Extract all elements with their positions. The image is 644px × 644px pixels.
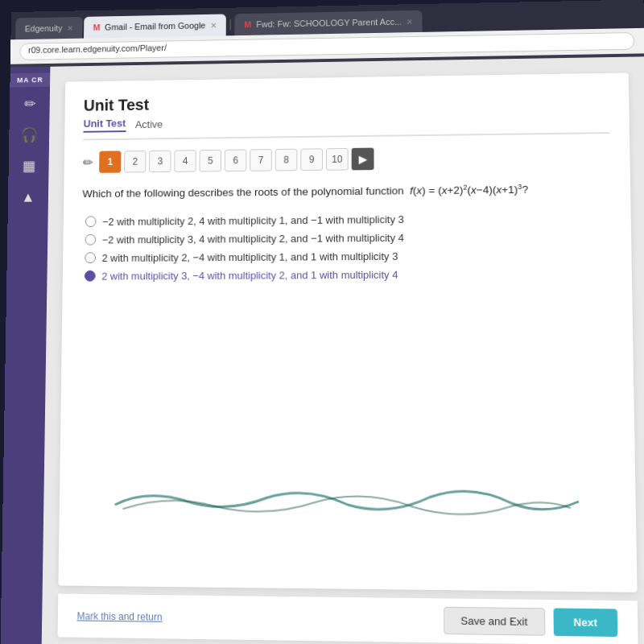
tab-edgenuity[interactable]: Edgenuity ✕: [15, 17, 82, 39]
app-content: MA CR ✏ 🎧 ▦ ▲ Unit Test Unit Test Active…: [1, 56, 644, 644]
radio-b[interactable]: [85, 234, 97, 246]
q-box-5[interactable]: 5: [200, 150, 222, 172]
answer-text-d: 2 with multiplicity 3, −4 with multiplic…: [101, 269, 398, 283]
tab-edgenuity-label: Edgenuity: [25, 23, 63, 33]
close-icon-schoology[interactable]: ✕: [407, 17, 413, 26]
radio-a[interactable]: [85, 217, 97, 228]
tab-gmail[interactable]: M Gmail - Email from Google ✕: [84, 14, 226, 38]
question-function: f(x) = (x+2)2(x−4)(x+1)3?: [407, 183, 528, 196]
answer-option-d[interactable]: 2 with multiplicity 3, −4 with multiplic…: [85, 267, 612, 282]
q-box-2[interactable]: 2: [124, 151, 146, 173]
radio-d[interactable]: [85, 270, 96, 282]
bottom-actions: Mark this and return Save and Exit Next: [58, 594, 638, 644]
q-box-6[interactable]: 6: [225, 149, 247, 171]
sidebar-headphone-icon[interactable]: 🎧: [15, 121, 43, 149]
next-button[interactable]: Next: [553, 608, 617, 637]
tab-schoology-label: Fwd: Fw: SCHOOLOGY Parent Acc...: [256, 17, 402, 29]
question-nav: ✏ 1 2 3 4 5 6 7 8 9 10 ▶: [83, 145, 610, 173]
tab-schoology[interactable]: M Fwd: Fw: SCHOOLOGY Parent Acc... ✕: [235, 10, 423, 35]
card-subtitle-row: Unit Test Active: [83, 110, 609, 140]
radio-c[interactable]: [85, 253, 96, 264]
tab-divider: |: [227, 18, 233, 31]
tab-gmail-label: Gmail - Email from Google: [105, 21, 205, 32]
q-box-4[interactable]: 4: [174, 150, 196, 172]
card-status: Active: [135, 118, 163, 130]
q-box-9[interactable]: 9: [300, 148, 323, 171]
content-card: Unit Test Unit Test Active ✏ 1 2 3 4 5 6…: [58, 72, 637, 592]
q-box-7[interactable]: 7: [250, 149, 272, 171]
save-exit-button[interactable]: Save and Exit: [444, 607, 546, 636]
next-arrow-button[interactable]: ▶: [352, 148, 374, 171]
sidebar-pencil-icon[interactable]: ✏: [15, 90, 43, 118]
q-box-1[interactable]: 1: [99, 151, 121, 172]
unit-test-link[interactable]: Unit Test: [83, 118, 126, 133]
schoology-icon: M: [244, 20, 251, 30]
answer-text-b: −2 with multiplicity 3, 4 with multiplic…: [102, 232, 404, 246]
answer-option-a[interactable]: −2 with multiplicity 2, 4 with multiplic…: [85, 212, 611, 228]
q-box-3[interactable]: 3: [149, 151, 171, 173]
gmail-icon: M: [93, 23, 101, 32]
answer-option-b[interactable]: −2 with multiplicity 3, 4 with multiplic…: [85, 230, 612, 246]
sidebar-calc-icon[interactable]: ▦: [14, 152, 43, 180]
scribble-annotation: [107, 473, 597, 525]
browser-chrome: Edgenuity ✕ M Gmail - Email from Google …: [10, 0, 644, 68]
mark-return-link[interactable]: Mark this and return: [77, 610, 163, 623]
action-buttons: Save and Exit Next: [444, 607, 618, 637]
answer-option-c[interactable]: 2 with multiplicity 2, −4 with multiplic…: [85, 249, 612, 264]
answer-text-c: 2 with multiplicity 2, −4 with multiplic…: [102, 250, 398, 264]
close-icon-gmail[interactable]: ✕: [210, 21, 217, 30]
answer-text-a: −2 with multiplicity 2, 4 with multiplic…: [102, 213, 404, 228]
main-area: Unit Test Unit Test Active ✏ 1 2 3 4 5 6…: [42, 56, 644, 644]
question-stem: Which of the following describes the roo…: [82, 184, 403, 200]
q-box-8[interactable]: 8: [275, 149, 298, 171]
sidebar-up-icon[interactable]: ▲: [14, 183, 42, 211]
answer-options: −2 with multiplicity 2, 4 with multiplic…: [85, 212, 612, 283]
close-icon[interactable]: ✕: [67, 23, 73, 32]
question-text: Which of the following describes the roo…: [82, 180, 610, 202]
sidebar-top-label: MA CR: [10, 72, 50, 87]
pencil-nav-icon: ✏: [83, 155, 93, 170]
q-box-10[interactable]: 10: [326, 148, 349, 171]
